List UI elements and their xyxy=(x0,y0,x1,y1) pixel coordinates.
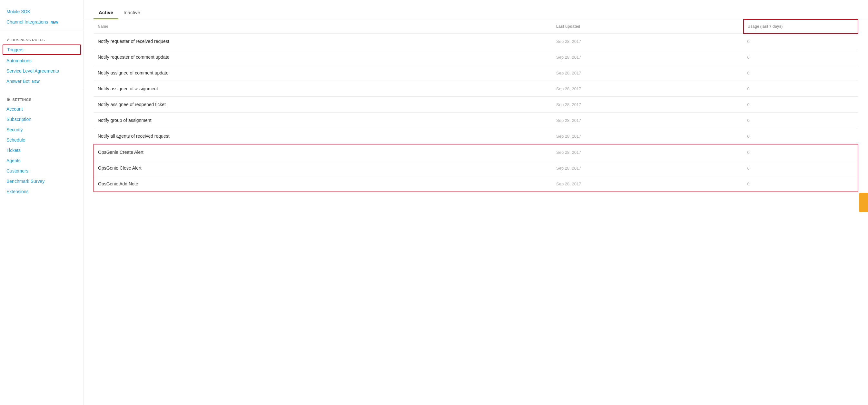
sidebar-item-schedule[interactable]: Schedule xyxy=(0,135,84,145)
trigger-date: Sep 28, 2017 xyxy=(552,97,744,113)
sidebar-top-links: Mobile SDK Channel Integrations NEW xyxy=(0,6,84,27)
sidebar-item-customers[interactable]: Customers xyxy=(0,166,84,176)
table-row: Notify assignee of comment updateSep 28,… xyxy=(94,65,858,81)
trigger-usage: 0 xyxy=(744,144,858,160)
trigger-usage: 0 xyxy=(744,49,858,65)
sidebar-item-channel-integrations[interactable]: Channel Integrations NEW xyxy=(0,17,84,27)
sidebar-item-benchmark[interactable]: Benchmark Survey xyxy=(0,176,84,186)
trigger-usage: 0 xyxy=(744,65,858,81)
trigger-date: Sep 28, 2017 xyxy=(552,144,744,160)
trigger-name[interactable]: Notify all agents of received request xyxy=(94,128,552,145)
trigger-date: Sep 28, 2017 xyxy=(552,160,744,176)
answer-bot-badge: NEW xyxy=(32,80,39,84)
sidebar-item-account[interactable]: Account xyxy=(0,104,84,114)
col-header-usage: Usage (last 7 days) xyxy=(744,20,858,34)
trigger-usage: 0 xyxy=(744,128,858,145)
table-body: Notify requester of received requestSep … xyxy=(94,34,858,192)
table-row: Notify assignee of assignmentSep 28, 201… xyxy=(94,81,858,97)
trigger-name[interactable]: OpsGenie Add Note xyxy=(94,176,552,192)
trigger-name[interactable]: Notify assignee of assignment xyxy=(94,81,552,97)
trigger-name[interactable]: Notify requester of comment update xyxy=(94,49,552,65)
table-row: OpsGenie Create AlertSep 28, 20170 xyxy=(94,144,858,160)
trigger-name[interactable]: Notify assignee of comment update xyxy=(94,65,552,81)
side-tab[interactable] xyxy=(859,193,868,212)
channel-integrations-badge: NEW xyxy=(51,21,58,24)
table-row: Notify group of assignmentSep 28, 20170 xyxy=(94,113,858,128)
business-rules-header: ✔ BUSINESS RULES xyxy=(0,33,84,44)
sidebar-item-triggers[interactable]: Triggers xyxy=(3,44,81,55)
table-row: Notify assignee of reopened ticketSep 28… xyxy=(94,97,858,113)
trigger-usage: 0 xyxy=(744,81,858,97)
table-header-row: Name Last updated Usage (last 7 days) xyxy=(94,20,858,34)
answer-bot-label: Answer Bot xyxy=(6,79,30,84)
channel-integrations-label: Channel Integrations xyxy=(6,19,48,25)
settings-header: ⚙ SETTINGS xyxy=(0,92,84,104)
triggers-table: Name Last updated Usage (last 7 days) No… xyxy=(94,19,858,192)
tab-inactive[interactable]: Inactive xyxy=(118,6,146,19)
sidebar: Mobile SDK Channel Integrations NEW ✔ BU… xyxy=(0,0,84,405)
table-row: Notify requester of received requestSep … xyxy=(94,34,858,49)
trigger-name[interactable]: OpsGenie Close Alert xyxy=(94,160,552,176)
sidebar-item-agents[interactable]: Agents xyxy=(0,155,84,166)
sidebar-item-automations[interactable]: Automations xyxy=(0,56,84,66)
business-rules-icon: ✔ xyxy=(6,38,10,42)
table-row: Notify all agents of received requestSep… xyxy=(94,128,858,145)
tabs-bar: Active Inactive xyxy=(84,0,868,19)
trigger-date: Sep 28, 2017 xyxy=(552,34,744,49)
triggers-table-container: Name Last updated Usage (last 7 days) No… xyxy=(84,19,868,192)
trigger-usage: 0 xyxy=(744,176,858,192)
trigger-date: Sep 28, 2017 xyxy=(552,176,744,192)
trigger-date: Sep 28, 2017 xyxy=(552,65,744,81)
table-row: OpsGenie Add NoteSep 28, 20170 xyxy=(94,176,858,192)
trigger-usage: 0 xyxy=(744,160,858,176)
gear-icon: ⚙ xyxy=(6,97,11,102)
trigger-name[interactable]: Notify group of assignment xyxy=(94,113,552,128)
trigger-name[interactable]: Notify requester of received request xyxy=(94,34,552,49)
trigger-name[interactable]: Notify assignee of reopened ticket xyxy=(94,97,552,113)
sidebar-divider-1 xyxy=(0,30,84,30)
col-header-last-updated: Last updated xyxy=(552,20,744,34)
trigger-date: Sep 28, 2017 xyxy=(552,49,744,65)
trigger-usage: 0 xyxy=(744,113,858,128)
trigger-usage: 0 xyxy=(744,97,858,113)
sidebar-item-sla[interactable]: Service Level Agreements xyxy=(0,66,84,76)
main-content: Active Inactive Name Last updated Usage … xyxy=(84,0,868,405)
col-header-name: Name xyxy=(94,20,552,34)
sidebar-item-mobile-sdk[interactable]: Mobile SDK xyxy=(0,6,84,17)
sidebar-divider-2 xyxy=(0,89,84,89)
sidebar-item-security[interactable]: Security xyxy=(0,124,84,135)
sidebar-item-tickets[interactable]: Tickets xyxy=(0,145,84,155)
trigger-date: Sep 28, 2017 xyxy=(552,113,744,128)
trigger-date: Sep 28, 2017 xyxy=(552,128,744,145)
table-row: OpsGenie Close AlertSep 28, 20170 xyxy=(94,160,858,176)
trigger-usage: 0 xyxy=(744,34,858,49)
table-row: Notify requester of comment updateSep 28… xyxy=(94,49,858,65)
trigger-name[interactable]: OpsGenie Create Alert xyxy=(94,144,552,160)
sidebar-item-extensions[interactable]: Extensions xyxy=(0,186,84,197)
sidebar-item-answer-bot[interactable]: Answer Bot NEW xyxy=(0,76,84,86)
sidebar-item-subscription[interactable]: Subscription xyxy=(0,114,84,124)
tab-active[interactable]: Active xyxy=(94,6,118,19)
trigger-date: Sep 28, 2017 xyxy=(552,81,744,97)
